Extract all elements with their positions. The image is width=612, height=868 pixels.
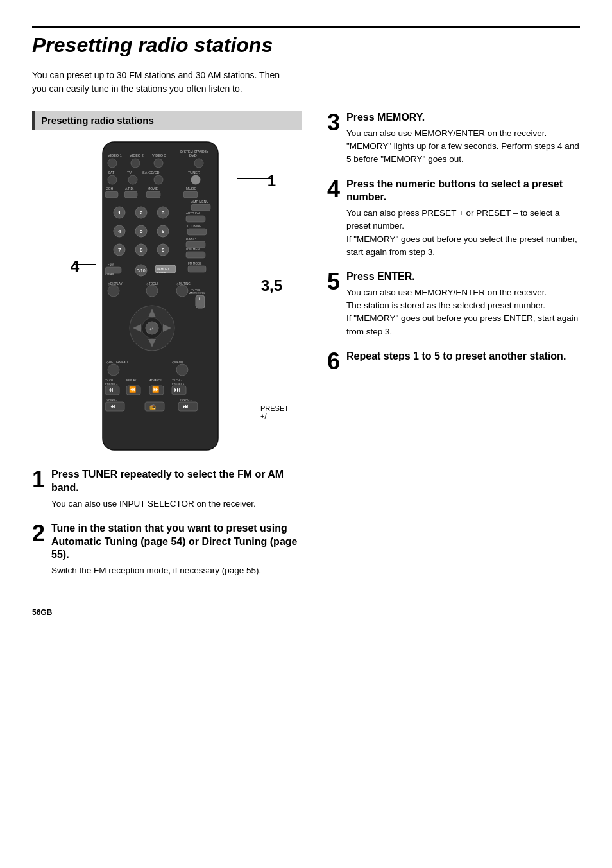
step-2-body: Switch the FM reception mode, if necessa… [51,564,302,577]
svg-text:7: 7 [118,247,121,253]
callout-line-35 [242,291,277,291]
callout-label-preset: PRESET+/– [260,404,289,420]
step-5-body: You can also use MEMORY/ENTER on the rec… [346,286,580,338]
svg-text:⏮: ⏮ [108,386,114,393]
svg-rect-43 [187,229,207,235]
callout-line-4 [74,264,96,265]
svg-point-65 [108,285,119,297]
step-5: 5 Press ENTER. You can also use MEMORY/E… [327,270,580,338]
svg-rect-23 [124,191,137,198]
svg-point-67 [146,285,158,297]
step-1-title: Press TUNER repeatedly to select the FM … [51,468,302,495]
step-3-title: Press MEMORY. [346,111,580,125]
step-4-content: Press the numeric buttons to select a pr… [346,178,580,259]
svg-text:A.F.D.: A.F.D. [125,187,134,191]
svg-text:D.TUNING: D.TUNING [187,225,201,228]
svg-text:DVD MENU: DVD MENU [186,248,201,251]
svg-text:D.SKIP: D.SKIP [186,238,196,241]
svg-text:ADVANCE: ADVANCE [149,379,162,382]
svg-text:CLEAR: CLEAR [105,273,114,276]
svg-point-16 [154,175,163,184]
svg-text:⏮: ⏮ [110,403,115,410]
step-1-body: You can also use INPUT SELECTOR on the r… [51,498,302,510]
svg-text:⏪: ⏪ [129,386,137,394]
step-5-title: Press ENTER. [346,270,580,284]
svg-rect-24 [146,191,160,198]
svg-text:+: + [198,296,201,302]
svg-text:3: 3 [162,210,165,216]
svg-text:6: 6 [162,229,165,234]
intro-text: You can preset up to 30 FM stations and … [32,69,289,96]
step-6-number: 6 [327,350,340,373]
remote-diagram: 1 4 3,5 PRESET+/– VIDEO 1 VIDEO 2 VIDEO … [32,139,302,455]
svg-text:◇RETURN/EXIT: ◇RETURN/EXIT [106,361,128,364]
step-2: 2 Tune in the station that you want to p… [32,522,302,578]
step-3: 3 Press MEMORY. You can also use MEMORY/… [327,111,580,166]
svg-point-84 [108,364,119,376]
step-4-number: 4 [327,178,340,201]
svg-text:VIDEO 2: VIDEO 2 [130,153,144,157]
svg-text:TUNER: TUNER [188,171,200,175]
section-label: Presetting radio stations [32,111,302,130]
svg-point-8 [154,159,163,168]
svg-text:–: – [198,302,201,308]
step-4-title: Press the numeric buttons to select a pr… [346,178,580,205]
remote-wrap: 1 4 3,5 PRESET+/– VIDEO 1 VIDEO 2 VIDEO … [96,139,237,455]
step-2-content: Tune in the station that you want to pre… [51,522,302,578]
svg-text:FM MODE: FM MODE [188,262,201,265]
svg-text:REPLAY: REPLAY [126,379,137,382]
svg-rect-63 [188,266,206,272]
step-3-number: 3 [327,111,340,134]
step-6: 6 Repeat steps 1 to 5 to preset another … [327,350,580,373]
svg-point-14 [108,175,117,184]
step-4: 4 Press the numeric buttons to select a … [327,178,580,259]
svg-text:MUSIC: MUSIC [186,187,197,191]
svg-text:PRESET –: PRESET – [105,382,118,385]
svg-text:2CH: 2CH [106,187,113,191]
step-6-title: Repeat steps 1 to 5 to preset another st… [346,350,580,363]
svg-text:1: 1 [118,210,121,216]
svg-text:MASTER VOL: MASTER VOL [189,291,206,295]
svg-text:AMP MENU: AMP MENU [191,200,208,204]
svg-rect-35 [186,216,205,222]
step-3-body: You can also use MEMORY/ENTER on the rec… [346,127,580,166]
svg-text:MOVIE: MOVIE [148,187,158,191]
callout-label-1: 1 [268,172,276,190]
remote-svg: VIDEO 1 VIDEO 2 VIDEO 3 SYSTEM STANDBY D… [96,139,225,453]
svg-text:TUNING –: TUNING – [105,398,117,401]
svg-text:📻: 📻 [149,403,156,410]
svg-text:SA-CD/CD: SA-CD/CD [142,171,160,175]
callout-label-35: 3,5 [261,277,282,295]
page-number: 56GB [32,608,580,617]
svg-text:⏭: ⏭ [183,403,189,410]
svg-text:⏩: ⏩ [152,386,160,394]
svg-text:VIDEO 1: VIDEO 1 [108,153,122,157]
svg-text:9: 9 [162,247,165,253]
step-2-number: 2 [32,522,45,545]
svg-text:TUNING +: TUNING + [180,398,192,401]
step-3-content: Press MEMORY. You can also use MEMORY/EN… [346,111,580,166]
svg-text:DVD: DVD [189,153,197,157]
svg-text:8: 8 [140,247,143,253]
svg-text:2: 2 [140,210,143,216]
right-column: 3 Press MEMORY. You can also use MEMORY/… [327,111,580,589]
step-5-number: 5 [327,270,340,293]
svg-point-9 [194,159,203,168]
svg-point-6 [108,159,117,168]
svg-text:0/10: 0/10 [137,268,146,273]
step-1-number: 1 [32,468,45,491]
svg-text:4: 4 [118,229,121,234]
svg-point-86 [176,364,188,376]
callout-label-4: 4 [71,257,79,275]
svg-point-7 [131,159,140,168]
step-1-content: Press TUNER repeatedly to select the FM … [51,468,302,510]
step-6-content: Repeat steps 1 to 5 to preset another st… [346,350,580,366]
svg-point-69 [176,285,188,297]
svg-rect-27 [191,204,210,211]
svg-text:SAT: SAT [108,171,115,175]
svg-text:◇MENU: ◇MENU [172,361,183,364]
callout-line-1 [237,178,273,179]
step-5-content: Press ENTER. You can also use MEMORY/ENT… [346,270,580,338]
page-title: Presetting radio stations [32,26,580,57]
svg-rect-25 [183,191,198,198]
